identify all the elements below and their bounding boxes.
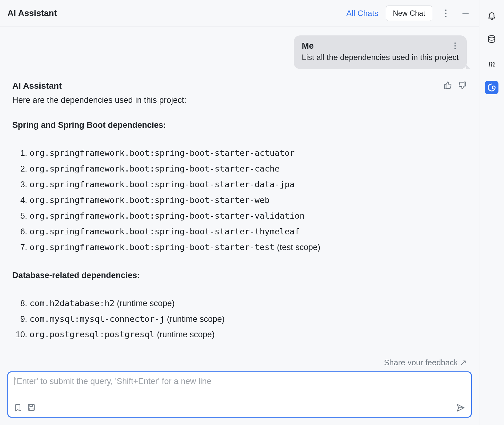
notifications-icon[interactable]: [485, 9, 498, 22]
svg-point-8: [489, 36, 495, 38]
dependency-list: com.h2database:h2 (runtime scope)com.mys…: [12, 296, 467, 343]
svg-point-1: [445, 13, 447, 14]
scope-note: (runtime scope): [154, 330, 214, 339]
scope-note: (runtime scope): [165, 314, 225, 324]
share-feedback-link[interactable]: Share your feedback ↗: [384, 358, 467, 365]
assistant-message-block: AI Assistant Here are the dependencies u…: [12, 81, 467, 365]
text-caret: [14, 377, 14, 385]
svg-rect-7: [28, 404, 34, 411]
all-chats-link[interactable]: All Chats: [346, 9, 378, 18]
section-heading: Spring and Spring Boot dependencies:: [12, 120, 467, 130]
user-name: Me: [302, 41, 314, 51]
thumbs-up-icon[interactable]: [443, 81, 453, 91]
right-rail: m: [479, 0, 504, 425]
input-area-wrap: [0, 365, 479, 425]
more-options-icon[interactable]: [440, 7, 452, 19]
thumbs-down-icon[interactable]: [458, 81, 467, 91]
panel-title: AI Assistant: [7, 8, 57, 18]
topbar-actions: All Chats New Chat: [346, 6, 472, 21]
scope-note: (runtime scope): [114, 299, 174, 308]
artifact-id: org.springframework.boot:spring-boot-sta…: [30, 180, 295, 189]
message-options-icon[interactable]: [451, 42, 459, 50]
artifact-id: org.springframework.boot:spring-boot-sta…: [30, 148, 295, 158]
artifact-id: org.springframework.boot:spring-boot-sta…: [30, 227, 300, 236]
chat-input[interactable]: [15, 377, 465, 396]
chat-input-box[interactable]: [7, 371, 472, 418]
svg-point-0: [445, 10, 447, 11]
artifact-id: org.springframework.boot:spring-boot-sta…: [30, 164, 280, 173]
user-message-row: Me List all the dependencies used in thi…: [12, 35, 467, 69]
dependency-item: org.springframework.boot:spring-boot-sta…: [30, 161, 467, 177]
svg-point-5: [454, 45, 456, 47]
svg-point-2: [445, 16, 447, 17]
send-icon[interactable]: [456, 403, 465, 414]
section-heading: Database-related dependencies:: [12, 271, 467, 280]
topbar: AI Assistant All Chats New Chat: [0, 0, 479, 27]
dependency-item: org.springframework.boot:spring-boot-sta…: [30, 177, 467, 192]
svg-point-6: [454, 48, 456, 49]
ai-assistant-icon[interactable]: [485, 81, 498, 94]
svg-point-4: [454, 42, 456, 44]
maven-icon[interactable]: m: [485, 57, 498, 70]
assistant-name: AI Assistant: [12, 81, 62, 91]
bookmark-icon[interactable]: [14, 403, 22, 413]
artifact-id: org.springframework.boot:spring-boot-sta…: [30, 195, 270, 205]
artifact-id: com.h2database:h2: [30, 298, 114, 308]
assistant-body: Spring and Spring Boot dependencies:org.…: [12, 120, 467, 342]
user-message-text: List all the dependencies used in this p…: [302, 53, 459, 62]
dependency-item: com.mysql:mysql-connector-j (runtime sco…: [30, 311, 467, 327]
artifact-id: org.springframework.boot:spring-boot-sta…: [30, 211, 305, 221]
dependency-list: org.springframework.boot:spring-boot-sta…: [12, 145, 467, 255]
new-chat-button[interactable]: New Chat: [386, 6, 432, 21]
artifact-id: org.springframework.boot:spring-boot-sta…: [30, 242, 275, 252]
feedback-icons: [443, 81, 467, 91]
assistant-intro: Here are the dependencies used in this p…: [12, 95, 467, 105]
minimize-icon[interactable]: [459, 7, 472, 19]
database-icon[interactable]: [485, 33, 498, 46]
scope-note: (test scope): [275, 243, 321, 252]
main-panel: AI Assistant All Chats New Chat Me: [0, 0, 479, 425]
chat-scroll-area[interactable]: Me List all the dependencies used in thi…: [0, 27, 479, 365]
user-message-bubble: Me List all the dependencies used in thi…: [294, 35, 467, 69]
artifact-id: com.mysql:mysql-connector-j: [30, 314, 165, 324]
app-root: AI Assistant All Chats New Chat Me: [0, 0, 504, 425]
dependency-item: org.postgresql:postgresql (runtime scope…: [30, 327, 467, 342]
save-icon[interactable]: [27, 403, 35, 413]
dependency-item: org.springframework.boot:spring-boot-sta…: [30, 145, 467, 161]
dependency-item: org.springframework.boot:spring-boot-sta…: [30, 208, 467, 224]
dependency-item: org.springframework.boot:spring-boot-sta…: [30, 240, 467, 255]
dependency-item: org.springframework.boot:spring-boot-sta…: [30, 192, 467, 208]
dependency-item: com.h2database:h2 (runtime scope): [30, 296, 467, 311]
dependency-item: org.springframework.boot:spring-boot-sta…: [30, 224, 467, 240]
artifact-id: org.postgresql:postgresql: [30, 330, 154, 339]
